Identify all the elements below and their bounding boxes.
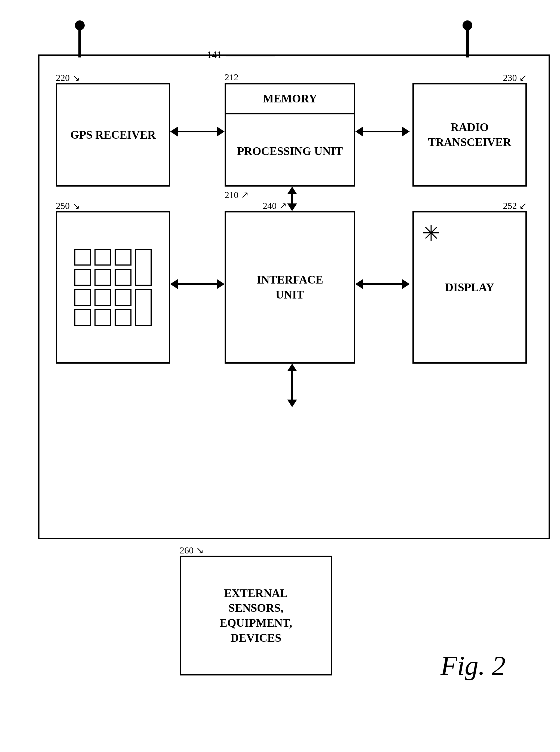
arrow-line-v-1 (291, 194, 293, 203)
key-1 (74, 249, 91, 265)
arrow-head-right-3 (217, 279, 225, 289)
ref-260: 260 ↘ (180, 545, 204, 556)
processing-unit-label: PROCESSING UNIT (237, 144, 343, 159)
diagram-container: 212 210 ↗ 230 ↙ 240 ↗ 220 ↘ 250 ↘ 252 ↙ … (22, 22, 538, 697)
ref-230: 230 ↙ (503, 72, 527, 83)
arrow-line-v-2 (291, 371, 293, 399)
interface-unit-label: INTERFACEUNIT (257, 272, 323, 302)
key-8 (95, 289, 111, 306)
key-2 (95, 249, 111, 265)
key-star (74, 309, 91, 326)
gps-receiver-label: GPS RECEIVER (70, 127, 156, 142)
keypad-main-grid (74, 249, 132, 326)
key-side-bottom (135, 289, 152, 326)
gps-receiver-box: GPS RECEIVER (56, 83, 170, 186)
key-row-3 (74, 289, 132, 306)
key-4 (74, 269, 91, 286)
arrow-head-right-1 (217, 127, 225, 136)
memory-section: MEMORY (226, 84, 354, 114)
key-9 (115, 289, 132, 306)
display-icon: ✳ (422, 221, 440, 246)
arrow-head-left-1 (170, 127, 178, 136)
ref-240: 240 ↗ (263, 200, 287, 211)
arrow-line-h-3 (178, 283, 217, 285)
interface-unit-box: INTERFACEUNIT (225, 211, 355, 363)
arrow-interface-display (355, 279, 410, 289)
arrow-line-h-2 (363, 131, 402, 132)
key-6 (115, 269, 132, 286)
key-row-4 (74, 309, 132, 326)
ref-250: 250 ↘ (56, 200, 80, 211)
processing-section: PROCESSING UNIT (226, 114, 354, 188)
ref-210: 210 ↗ (225, 189, 248, 200)
arrow-head-right-2 (402, 127, 410, 136)
ref-220: 220 ↘ (56, 72, 80, 83)
radio-transceiver-box: RADIOTRANSCEIVER (413, 83, 527, 186)
display-box: ✳ DISPLAY (413, 211, 527, 363)
arrow-head-right-4 (402, 279, 410, 289)
arrow-keypad-interface (170, 279, 225, 289)
ref-212: 212 (225, 72, 239, 82)
figure-label: Fig. 2 (440, 650, 505, 681)
arrow-line-h-4 (363, 283, 402, 285)
side-keys (135, 249, 152, 326)
key-7 (74, 289, 91, 306)
antenna-ball-left (75, 20, 85, 30)
keypad-grid-container (74, 249, 152, 326)
ref-252: 252 ↙ (503, 200, 527, 211)
arrow-head-up-2 (287, 363, 297, 371)
processing-unit-box: MEMORY PROCESSING UNIT (225, 83, 355, 186)
memory-label: MEMORY (263, 91, 317, 106)
arrow-head-up-1 (287, 186, 297, 194)
key-0 (95, 309, 111, 326)
display-label: DISPLAY (445, 280, 494, 295)
arrow-gps-processing (170, 127, 225, 136)
antenna-left (75, 20, 85, 58)
arrow-processing-interface (287, 186, 297, 211)
external-sensors-box: EXTERNALSENSORS,EQUIPMENT,DEVICES (180, 556, 332, 675)
key-hash (115, 309, 132, 326)
antenna-right (462, 20, 472, 58)
antenna-ball-right (462, 20, 472, 30)
arrow-interface-external (287, 363, 297, 407)
arrow-head-down-1 (287, 203, 297, 211)
key-row-1 (74, 249, 132, 265)
key-3 (115, 249, 132, 265)
key-5 (95, 269, 111, 286)
antenna-stick-right (466, 30, 469, 58)
arrow-head-left-4 (355, 279, 363, 289)
arrow-processing-radio (355, 127, 410, 136)
arrow-head-left-3 (170, 279, 178, 289)
arrow-line-h-1 (178, 131, 217, 132)
key-row-2 (74, 269, 132, 286)
ref-141-label: 141 (207, 49, 275, 60)
arrow-head-down-2 (287, 399, 297, 407)
keypad-box (56, 211, 170, 363)
outer-box: 212 210 ↗ 230 ↙ 240 ↗ 220 ↘ 250 ↘ 252 ↙ … (38, 55, 550, 539)
radio-transceiver-label: RADIOTRANSCEIVER (428, 120, 511, 150)
key-side-top (135, 249, 152, 286)
antenna-stick-left (78, 30, 81, 58)
arrow-head-left-2 (355, 127, 363, 136)
external-sensors-label: EXTERNALSENSORS,EQUIPMENT,DEVICES (220, 586, 292, 645)
